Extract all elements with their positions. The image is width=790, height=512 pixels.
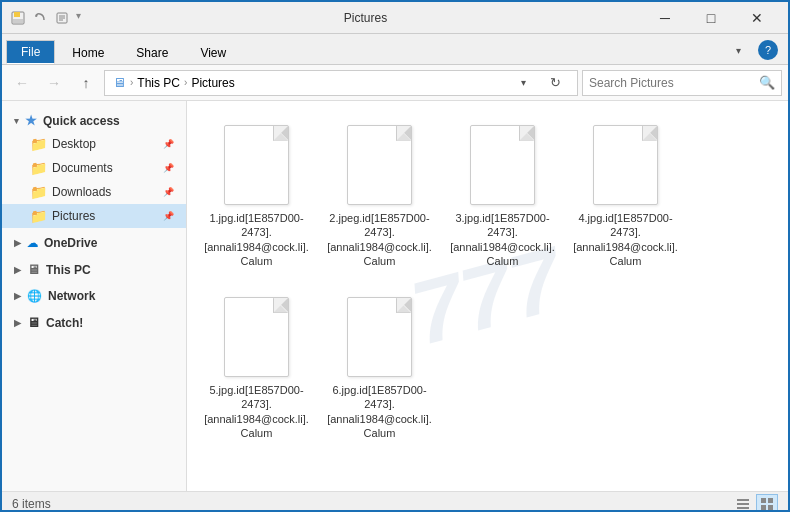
expand-icon-onedrive: ▶ [14, 238, 21, 248]
search-input[interactable] [589, 76, 755, 90]
file-item[interactable]: 2.jpeg.id[1E857D00-2473].[annali1984@coc… [322, 113, 437, 277]
file-item[interactable]: 3.jpg.id[1E857D00-2473].[annali1984@cock… [445, 113, 560, 277]
expand-icon-thispc: ▶ [14, 265, 21, 275]
svg-rect-11 [761, 498, 766, 503]
quick-access-label: Quick access [43, 114, 120, 128]
svg-rect-13 [761, 505, 766, 510]
tab-view[interactable]: View [185, 41, 241, 64]
pin-icon-pictures: 📌 [163, 211, 174, 221]
desktop-folder-icon: 📁 [30, 136, 46, 152]
file-fold2 [397, 298, 411, 312]
pin-icon-downloads: 📌 [163, 187, 174, 197]
forward-button[interactable]: → [40, 69, 68, 97]
network-icon: 🌐 [27, 289, 42, 303]
file-page [347, 125, 412, 205]
network-section: ▶ 🌐 Network [2, 285, 186, 307]
documents-folder-icon: 📁 [30, 160, 46, 176]
path-home-icon: 🖥 [113, 75, 126, 90]
svg-rect-14 [768, 505, 773, 510]
minimize-button[interactable]: ─ [642, 2, 688, 34]
undo-icon[interactable] [32, 10, 48, 26]
onedrive-header[interactable]: ▶ ☁ OneDrive [2, 232, 186, 254]
ribbon-collapse-button[interactable]: ▾ [724, 36, 752, 64]
file-fold2 [643, 126, 657, 140]
customize-arrow[interactable]: ▾ [76, 10, 81, 26]
svg-rect-12 [768, 498, 773, 503]
pin-icon-desktop: 📌 [163, 139, 174, 149]
catch-section: ▶ 🖥 Catch! [2, 311, 186, 334]
search-icon: 🔍 [759, 75, 775, 90]
search-box[interactable]: 🔍 [582, 70, 782, 96]
thispc-header[interactable]: ▶ 🖥 This PC [2, 258, 186, 281]
address-bar: ← → ↑ 🖥 › This PC › Pictures ▾ ↻ 🔍 [2, 65, 788, 101]
file-name: 5.jpg.id[1E857D00-2473].[annali1984@cock… [204, 383, 309, 440]
status-bar: 6 items [2, 491, 788, 512]
save-icon [10, 10, 26, 26]
file-name: 2.jpeg.id[1E857D00-2473].[annali1984@coc… [327, 211, 432, 268]
detail-view-button[interactable] [756, 494, 778, 513]
title-bar-icons: ▾ [10, 10, 81, 26]
network-header[interactable]: ▶ 🌐 Network [2, 285, 186, 307]
file-name: 1.jpg.id[1E857D00-2473].[annali1984@cock… [204, 211, 309, 268]
path-dropdown-button[interactable]: ▾ [509, 69, 537, 97]
file-page [347, 297, 412, 377]
address-path[interactable]: 🖥 › This PC › Pictures ▾ ↻ [104, 70, 578, 96]
file-item[interactable]: 4.jpg.id[1E857D00-2473].[annali1984@cock… [568, 113, 683, 277]
properties-icon[interactable] [54, 10, 70, 26]
sidebar-item-pictures[interactable]: 📁 Pictures 📌 [2, 204, 186, 228]
file-name: 4.jpg.id[1E857D00-2473].[annali1984@cock… [573, 211, 678, 268]
sidebar-label-pictures: Pictures [52, 209, 95, 223]
file-fold2 [397, 126, 411, 140]
downloads-folder-icon: 📁 [30, 184, 46, 200]
file-icon [342, 294, 417, 379]
thispc-section: ▶ 🖥 This PC [2, 258, 186, 281]
svg-rect-1 [14, 12, 20, 17]
sidebar-item-documents[interactable]: 📁 Documents 📌 [2, 156, 186, 180]
onedrive-icon: ☁ [27, 237, 38, 250]
tab-share[interactable]: Share [121, 41, 183, 64]
tab-file[interactable]: File [6, 40, 55, 64]
file-fold2 [274, 126, 288, 140]
maximize-button[interactable]: □ [688, 2, 734, 34]
svg-rect-10 [737, 507, 749, 509]
catch-icon: 🖥 [27, 315, 40, 330]
files-grid: 1.jpg.id[1E857D00-2473].[annali1984@cock… [195, 109, 780, 453]
sidebar: ▾ ★ Quick access 📁 Desktop 📌 📁 Documents… [2, 101, 187, 491]
sidebar-item-downloads[interactable]: 📁 Downloads 📌 [2, 180, 186, 204]
back-button[interactable]: ← [8, 69, 36, 97]
file-page [224, 125, 289, 205]
file-area: 777 1.jpg.id[1E857D00-2473].[annali1984@… [187, 101, 788, 491]
file-icon [219, 122, 294, 207]
close-button[interactable]: ✕ [734, 2, 780, 34]
help-button[interactable]: ? [758, 40, 778, 60]
file-item[interactable]: 6.jpg.id[1E857D00-2473].[annali1984@cock… [322, 285, 437, 449]
file-page [224, 297, 289, 377]
svg-rect-2 [13, 19, 23, 23]
file-item[interactable]: 1.jpg.id[1E857D00-2473].[annali1984@cock… [199, 113, 314, 277]
sidebar-item-desktop[interactable]: 📁 Desktop 📌 [2, 132, 186, 156]
expand-icon-network: ▶ [14, 291, 21, 301]
svg-rect-9 [737, 503, 749, 505]
path-thispc: This PC [137, 76, 180, 90]
catch-header[interactable]: ▶ 🖥 Catch! [2, 311, 186, 334]
title-bar: ▾ Pictures ─ □ ✕ [2, 2, 788, 34]
file-icon [342, 122, 417, 207]
sidebar-label-downloads: Downloads [52, 185, 111, 199]
item-count: 6 items [12, 497, 51, 511]
file-item[interactable]: 5.jpg.id[1E857D00-2473].[annali1984@cock… [199, 285, 314, 449]
onedrive-label: OneDrive [44, 236, 97, 250]
quick-access-section: ▾ ★ Quick access 📁 Desktop 📌 📁 Documents… [2, 109, 186, 228]
pictures-folder-icon: 📁 [30, 208, 46, 224]
svg-rect-8 [737, 499, 749, 501]
list-view-button[interactable] [732, 494, 754, 513]
ribbon-tabs: File Home Share View ▾ ? [2, 34, 788, 64]
quick-access-header[interactable]: ▾ ★ Quick access [2, 109, 186, 132]
catch-label: Catch! [46, 316, 83, 330]
tab-home[interactable]: Home [57, 41, 119, 64]
pin-icon-documents: 📌 [163, 163, 174, 173]
expand-icon-catch: ▶ [14, 318, 21, 328]
refresh-button[interactable]: ↻ [541, 69, 569, 97]
up-button[interactable]: ↑ [72, 69, 100, 97]
file-icon [465, 122, 540, 207]
main-content: ▾ ★ Quick access 📁 Desktop 📌 📁 Documents… [2, 101, 788, 491]
